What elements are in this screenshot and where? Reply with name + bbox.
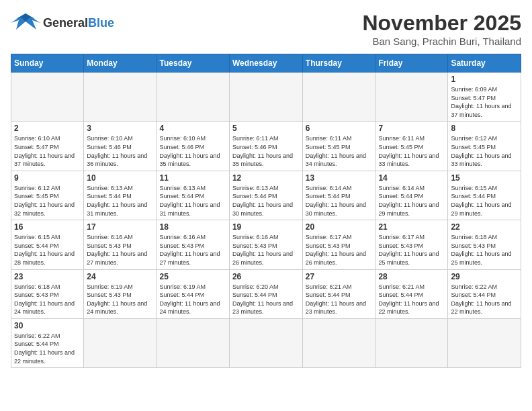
day-cell: 15Sunrise: 6:15 AM Sunset: 5:44 PM Dayli… bbox=[448, 171, 521, 220]
logo: GeneralBlue bbox=[11, 11, 114, 36]
day-info: Sunrise: 6:16 AM Sunset: 5:43 PM Dayligh… bbox=[87, 233, 153, 267]
day-cell: 27Sunrise: 6:21 AM Sunset: 5:44 PM Dayli… bbox=[302, 269, 375, 318]
col-header-sunday: Sunday bbox=[11, 54, 84, 73]
day-info: Sunrise: 6:09 AM Sunset: 5:47 PM Dayligh… bbox=[451, 85, 518, 119]
day-cell bbox=[375, 318, 448, 367]
day-info: Sunrise: 6:21 AM Sunset: 5:44 PM Dayligh… bbox=[378, 283, 445, 316]
week-row-1: 1Sunrise: 6:09 AM Sunset: 5:47 PM Daylig… bbox=[11, 73, 521, 122]
day-cell: 21Sunrise: 6:17 AM Sunset: 5:43 PM Dayli… bbox=[375, 220, 448, 269]
day-number: 12 bbox=[232, 173, 300, 183]
day-cell bbox=[11, 73, 84, 122]
day-info: Sunrise: 6:11 AM Sunset: 5:46 PM Dayligh… bbox=[232, 134, 300, 168]
day-cell: 9Sunrise: 6:12 AM Sunset: 5:45 PM Daylig… bbox=[11, 171, 84, 220]
day-number: 22 bbox=[451, 222, 518, 232]
day-cell: 8Sunrise: 6:12 AM Sunset: 5:45 PM Daylig… bbox=[448, 122, 521, 171]
day-info: Sunrise: 6:13 AM Sunset: 5:44 PM Dayligh… bbox=[160, 184, 226, 218]
day-cell bbox=[157, 318, 229, 367]
day-number: 9 bbox=[14, 173, 81, 183]
day-number: 1 bbox=[451, 75, 518, 84]
day-number: 4 bbox=[160, 124, 226, 133]
week-row-5: 23Sunrise: 6:18 AM Sunset: 5:43 PM Dayli… bbox=[11, 269, 521, 318]
day-cell bbox=[84, 318, 157, 367]
day-cell: 25Sunrise: 6:19 AM Sunset: 5:44 PM Dayli… bbox=[157, 269, 229, 318]
week-row-6: 30Sunrise: 6:22 AM Sunset: 5:44 PM Dayli… bbox=[11, 318, 521, 367]
day-cell: 5Sunrise: 6:11 AM Sunset: 5:46 PM Daylig… bbox=[229, 122, 302, 171]
day-number: 15 bbox=[451, 173, 518, 183]
day-info: Sunrise: 6:16 AM Sunset: 5:43 PM Dayligh… bbox=[232, 233, 300, 267]
day-cell: 30Sunrise: 6:22 AM Sunset: 5:44 PM Dayli… bbox=[11, 318, 84, 367]
week-row-3: 9Sunrise: 6:12 AM Sunset: 5:45 PM Daylig… bbox=[11, 171, 521, 220]
day-headers: SundayMondayTuesdayWednesdayThursdayFrid… bbox=[11, 54, 521, 73]
day-number: 5 bbox=[232, 124, 300, 133]
day-cell: 29Sunrise: 6:22 AM Sunset: 5:44 PM Dayli… bbox=[448, 269, 521, 318]
day-cell: 11Sunrise: 6:13 AM Sunset: 5:44 PM Dayli… bbox=[157, 171, 229, 220]
day-info: Sunrise: 6:22 AM Sunset: 5:44 PM Dayligh… bbox=[451, 283, 518, 316]
day-cell bbox=[302, 73, 375, 122]
day-info: Sunrise: 6:21 AM Sunset: 5:44 PM Dayligh… bbox=[306, 283, 373, 316]
day-info: Sunrise: 6:18 AM Sunset: 5:43 PM Dayligh… bbox=[14, 283, 81, 316]
day-cell bbox=[375, 73, 448, 122]
day-info: Sunrise: 6:13 AM Sunset: 5:44 PM Dayligh… bbox=[87, 184, 153, 218]
day-number: 27 bbox=[306, 272, 373, 281]
logo-blue: Blue bbox=[88, 16, 114, 30]
day-number: 10 bbox=[87, 173, 153, 183]
col-header-friday: Friday bbox=[375, 54, 448, 73]
day-cell: 23Sunrise: 6:18 AM Sunset: 5:43 PM Dayli… bbox=[11, 269, 84, 318]
day-number: 30 bbox=[14, 321, 81, 330]
day-info: Sunrise: 6:22 AM Sunset: 5:44 PM Dayligh… bbox=[14, 332, 81, 365]
day-number: 18 bbox=[160, 222, 226, 232]
day-number: 6 bbox=[306, 124, 373, 133]
week-row-4: 16Sunrise: 6:15 AM Sunset: 5:44 PM Dayli… bbox=[11, 220, 521, 269]
month-year: November 2025 bbox=[362, 11, 521, 36]
day-info: Sunrise: 6:11 AM Sunset: 5:45 PM Dayligh… bbox=[378, 134, 445, 168]
day-info: Sunrise: 6:18 AM Sunset: 5:43 PM Dayligh… bbox=[451, 233, 518, 267]
day-info: Sunrise: 6:11 AM Sunset: 5:45 PM Dayligh… bbox=[306, 134, 373, 168]
title-section: November 2025 Ban Sang, Prachin Buri, Th… bbox=[362, 11, 521, 47]
day-info: Sunrise: 6:14 AM Sunset: 5:44 PM Dayligh… bbox=[306, 184, 373, 218]
day-number: 7 bbox=[378, 124, 445, 133]
day-cell: 13Sunrise: 6:14 AM Sunset: 5:44 PM Dayli… bbox=[302, 171, 375, 220]
location: Ban Sang, Prachin Buri, Thailand bbox=[362, 36, 521, 47]
day-number: 20 bbox=[306, 222, 373, 232]
day-number: 26 bbox=[232, 272, 300, 281]
col-header-monday: Monday bbox=[84, 54, 157, 73]
day-cell: 22Sunrise: 6:18 AM Sunset: 5:43 PM Dayli… bbox=[448, 220, 521, 269]
col-header-wednesday: Wednesday bbox=[229, 54, 302, 73]
day-info: Sunrise: 6:20 AM Sunset: 5:44 PM Dayligh… bbox=[232, 283, 300, 316]
logo-general: General bbox=[43, 16, 88, 30]
day-cell bbox=[229, 73, 302, 122]
day-cell: 1Sunrise: 6:09 AM Sunset: 5:47 PM Daylig… bbox=[448, 73, 521, 122]
day-number: 14 bbox=[378, 173, 445, 183]
calendar: SundayMondayTuesdayWednesdayThursdayFrid… bbox=[11, 54, 521, 368]
day-number: 21 bbox=[378, 222, 445, 232]
day-cell: 3Sunrise: 6:10 AM Sunset: 5:46 PM Daylig… bbox=[84, 122, 157, 171]
col-header-tuesday: Tuesday bbox=[157, 54, 229, 73]
day-cell bbox=[302, 318, 375, 367]
day-cell: 10Sunrise: 6:13 AM Sunset: 5:44 PM Dayli… bbox=[84, 171, 157, 220]
day-cell: 2Sunrise: 6:10 AM Sunset: 5:47 PM Daylig… bbox=[11, 122, 84, 171]
day-info: Sunrise: 6:10 AM Sunset: 5:46 PM Dayligh… bbox=[87, 134, 153, 168]
day-info: Sunrise: 6:10 AM Sunset: 5:46 PM Dayligh… bbox=[160, 134, 226, 168]
day-cell: 18Sunrise: 6:16 AM Sunset: 5:43 PM Dayli… bbox=[157, 220, 229, 269]
day-number: 19 bbox=[232, 222, 300, 232]
header: GeneralBlue November 2025 Ban Sang, Prac… bbox=[11, 11, 521, 47]
day-number: 13 bbox=[306, 173, 373, 183]
day-cell: 16Sunrise: 6:15 AM Sunset: 5:44 PM Dayli… bbox=[11, 220, 84, 269]
day-cell bbox=[84, 73, 157, 122]
day-cell: 6Sunrise: 6:11 AM Sunset: 5:45 PM Daylig… bbox=[302, 122, 375, 171]
day-info: Sunrise: 6:10 AM Sunset: 5:47 PM Dayligh… bbox=[14, 134, 81, 168]
day-info: Sunrise: 6:12 AM Sunset: 5:45 PM Dayligh… bbox=[14, 184, 81, 218]
day-number: 11 bbox=[160, 173, 226, 183]
day-cell bbox=[157, 73, 229, 122]
day-cell: 19Sunrise: 6:16 AM Sunset: 5:43 PM Dayli… bbox=[229, 220, 302, 269]
day-cell: 20Sunrise: 6:17 AM Sunset: 5:43 PM Dayli… bbox=[302, 220, 375, 269]
day-number: 25 bbox=[160, 272, 226, 281]
day-info: Sunrise: 6:12 AM Sunset: 5:45 PM Dayligh… bbox=[451, 134, 518, 168]
day-number: 3 bbox=[87, 124, 153, 133]
week-row-2: 2Sunrise: 6:10 AM Sunset: 5:47 PM Daylig… bbox=[11, 122, 521, 171]
day-cell: 28Sunrise: 6:21 AM Sunset: 5:44 PM Dayli… bbox=[375, 269, 448, 318]
day-info: Sunrise: 6:15 AM Sunset: 5:44 PM Dayligh… bbox=[451, 184, 518, 218]
day-number: 8 bbox=[451, 124, 518, 133]
day-cell bbox=[448, 318, 521, 367]
day-cell: 26Sunrise: 6:20 AM Sunset: 5:44 PM Dayli… bbox=[229, 269, 302, 318]
